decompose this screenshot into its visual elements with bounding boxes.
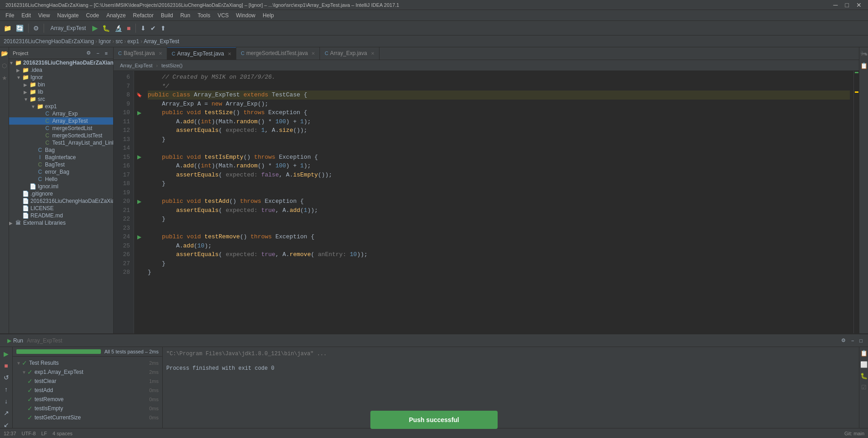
tree-license[interactable]: 📄 LICENSE bbox=[9, 205, 113, 212]
breadcrumb-src[interactable]: src bbox=[115, 38, 123, 45]
menu-help[interactable]: Help bbox=[259, 11, 278, 20]
test-suite-item[interactable]: ▼ ✓ exp1.Array_ExpTest 2ms bbox=[13, 368, 162, 377]
tree-readme[interactable]: 📄 README.md bbox=[9, 212, 113, 219]
tree-ignor[interactable]: ▼ 📁 Ignor bbox=[9, 74, 113, 81]
tree-hello[interactable]: C Hello bbox=[9, 176, 113, 183]
stop-button[interactable]: ■ bbox=[125, 24, 132, 33]
menu-refactor[interactable]: Refactor bbox=[130, 11, 157, 20]
run-tab[interactable]: ▶ Run Array_ExpTest bbox=[4, 336, 66, 346]
breadcrumb-project[interactable]: 20162316LiuChengHaoDaErZaXiang bbox=[4, 38, 94, 45]
menu-code[interactable]: Code bbox=[82, 11, 103, 20]
run-panel-settings[interactable]: ⚙ bbox=[839, 337, 848, 344]
tree-src[interactable]: ▼ 📁 src bbox=[9, 96, 113, 103]
tree-test1[interactable]: C Test1_ArrayList_and_LinkedList bbox=[9, 139, 113, 146]
run-panel-maximize[interactable]: □ bbox=[858, 337, 864, 344]
toolbar-project-btn[interactable]: 📁 bbox=[2, 24, 13, 33]
tree-bin[interactable]: ▶ 📁 bin bbox=[9, 81, 113, 88]
event-log-icon[interactable]: 📋 bbox=[859, 61, 868, 70]
toolbar-sync-btn[interactable]: 🔄 bbox=[14, 24, 25, 33]
menu-vcs[interactable]: VCS bbox=[214, 11, 233, 20]
structure-icon[interactable]: ⬡ bbox=[1, 61, 8, 70]
menu-file[interactable]: File bbox=[2, 11, 18, 20]
debug-button[interactable]: 🐛 bbox=[100, 24, 112, 33]
tab-mergesorted[interactable]: C mergeSortedListTest.java ✕ bbox=[236, 47, 320, 60]
tab-close-array-exptest[interactable]: ✕ bbox=[228, 51, 231, 56]
event-log-bottom-icon[interactable]: 📋 bbox=[859, 349, 868, 357]
menu-tools[interactable]: Tools bbox=[194, 11, 214, 20]
run-button[interactable]: ▶ bbox=[90, 23, 100, 33]
test-item-testadd[interactable]: ✓ testAdd 0ms bbox=[13, 386, 162, 395]
menu-view[interactable]: View bbox=[35, 11, 54, 20]
ant-icon[interactable]: 🐜 bbox=[859, 49, 868, 58]
project-collapse-btn[interactable]: − bbox=[95, 49, 101, 57]
vcs-update-btn[interactable]: ⬇ bbox=[139, 24, 148, 33]
run-down-btn[interactable]: ↓ bbox=[3, 396, 9, 406]
code-line-26: assertEquals( expected: true, A.remove( … bbox=[148, 250, 850, 259]
tab-close-mergesorted[interactable]: ✕ bbox=[311, 51, 315, 56]
tab-array-exptest[interactable]: C Array_ExpTest.java ✕ bbox=[167, 47, 236, 60]
run-gutter-24[interactable]: ▶ bbox=[137, 234, 141, 240]
tree-bag[interactable]: C Bag bbox=[9, 146, 113, 154]
menu-analyze[interactable]: Analyze bbox=[103, 11, 130, 20]
menu-edit[interactable]: Edit bbox=[18, 11, 35, 20]
breadcrumb-file[interactable]: Array_ExpTest bbox=[144, 38, 179, 45]
minimize-button[interactable]: ─ bbox=[831, 1, 841, 9]
run-export-btn[interactable]: ↗ bbox=[2, 408, 10, 418]
test-item-testgetcurrentsize[interactable]: ✓ testGetCurrentSize 0ms bbox=[13, 413, 162, 422]
project-icon[interactable]: 📂 bbox=[0, 49, 9, 58]
tree-array-exptest[interactable]: C Array_ExpTest bbox=[9, 117, 113, 125]
close-button[interactable]: ✕ bbox=[853, 1, 864, 9]
favorites-icon[interactable]: ★ bbox=[1, 74, 8, 82]
tree-main-iml[interactable]: 📄 20162316LiuChengHaoDaErZaXiang.iml bbox=[9, 197, 113, 205]
menu-navigate[interactable]: Navigate bbox=[54, 11, 82, 20]
run-up-btn[interactable]: ↑ bbox=[3, 384, 9, 394]
tab-array-exp[interactable]: C Array_Exp.java ✕ bbox=[320, 47, 379, 60]
terminal-icon[interactable]: ⬜ bbox=[859, 360, 868, 369]
tree-error-bag[interactable]: C error_Bag bbox=[9, 168, 113, 176]
tree-bagtest[interactable]: C BagTest bbox=[9, 161, 113, 168]
toolbar-settings-btn[interactable]: ⚙ bbox=[31, 24, 41, 33]
debug-icon[interactable]: 🐛 bbox=[859, 372, 868, 380]
tree-array-exp[interactable]: C Array_Exp bbox=[9, 110, 113, 117]
menu-window[interactable]: Window bbox=[232, 11, 259, 20]
menu-run[interactable]: Run bbox=[177, 11, 194, 20]
project-settings-btn[interactable]: ≡ bbox=[103, 49, 110, 57]
tab-bagtest[interactable]: C BagTest.java ✕ bbox=[114, 47, 167, 60]
run-gutter-10[interactable]: ▶ bbox=[137, 110, 141, 116]
tab-close-array-exp[interactable]: ✕ bbox=[371, 51, 374, 56]
test-item-testisempty[interactable]: ✓ testIsEmpty 0ms bbox=[13, 404, 162, 413]
tree-external-libs[interactable]: ▶ 🏛 External Libraries bbox=[9, 219, 113, 227]
test-results-root[interactable]: ▼ ✓ Test Results 2ms bbox=[13, 358, 162, 368]
test-item-testclear[interactable]: ✓ testClear 1ms bbox=[13, 377, 162, 386]
test-item-testremove[interactable]: ✓ testRemove 0ms bbox=[13, 395, 162, 404]
run-panel-minimize[interactable]: − bbox=[849, 337, 856, 344]
tree-ignor-iml[interactable]: 📄 Ignor.iml bbox=[9, 183, 113, 190]
ed-breadcrumb-class[interactable]: Array_ExpTest bbox=[117, 62, 155, 69]
run-gutter-20[interactable]: ▶ bbox=[137, 198, 141, 205]
run-rerun-btn[interactable]: ↺ bbox=[2, 373, 10, 383]
tree-mergesortedlisttest[interactable]: C mergeSortedListTest bbox=[9, 132, 113, 139]
menu-build[interactable]: Build bbox=[157, 11, 177, 20]
code-content[interactable]: // Created by MSIK on 2017/9/26. */ publ… bbox=[144, 71, 853, 333]
coverage-button[interactable]: 🔬 bbox=[113, 24, 124, 33]
breadcrumb-ignor[interactable]: Ignor bbox=[99, 38, 111, 45]
run-stop-btn[interactable]: ■ bbox=[3, 361, 9, 371]
ed-breadcrumb-method[interactable]: testSize() bbox=[159, 62, 185, 69]
project-sync-btn[interactable]: ⚙ bbox=[85, 49, 93, 57]
run-gutter-15[interactable]: ▶ bbox=[137, 154, 141, 160]
todo-icon[interactable]: ☑ bbox=[860, 383, 868, 392]
tree-root[interactable]: ▼ 📁 20162316LiuChengHaoDaErZaXiang C:\Us… bbox=[9, 59, 113, 66]
tab-icon-bagtest: C bbox=[118, 50, 122, 56]
vcs-push-btn[interactable]: ⬆ bbox=[159, 24, 168, 33]
breadcrumb-exp1[interactable]: exp1 bbox=[127, 38, 139, 45]
tree-mergesortedlist[interactable]: C mergeSortedList bbox=[9, 125, 113, 132]
vcs-commit-btn[interactable]: ✔ bbox=[149, 24, 158, 33]
tree-idea[interactable]: ▶ 📁 .idea bbox=[9, 66, 113, 74]
maximize-button[interactable]: □ bbox=[843, 1, 852, 9]
tree-lib[interactable]: ▶ 📁 lib bbox=[9, 88, 113, 96]
tab-close-bagtest[interactable]: ✕ bbox=[159, 51, 162, 56]
tree-exp1[interactable]: ▼ 📁 exp1 bbox=[9, 103, 113, 110]
run-play-btn[interactable]: ▶ bbox=[2, 349, 10, 359]
tree-baginterface[interactable]: I BagInterface bbox=[9, 154, 113, 161]
tree-gitignore[interactable]: 📄 .gitignore bbox=[9, 190, 113, 197]
